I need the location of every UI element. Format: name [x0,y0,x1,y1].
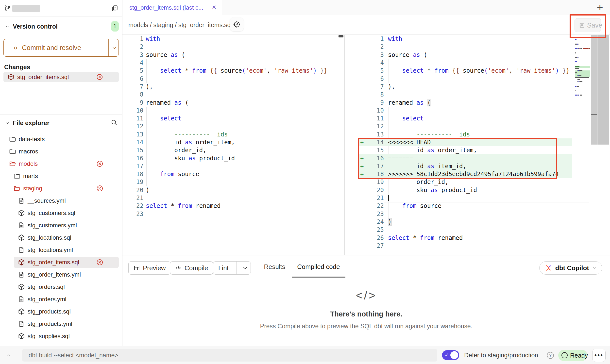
code-line-14[interactable]: 14 id as order_item, [123,138,338,146]
chevron-down-icon[interactable] [112,45,117,51]
code-line-5[interactable]: 5 select * from {{ source('ecom', 'raw_i… [345,67,590,75]
commit-and-resolve-button[interactable]: Commit and resolve [3,39,119,57]
tab-stg-order-items[interactable]: stg_order_items.sql (last c... × [122,0,222,15]
code-line-22[interactable]: 22 from source [345,202,590,210]
code-line-18[interactable]: +18>>>>>>> 58c1dd23d5eebd9cd2495fa7124ab… [345,170,590,178]
code-line-20[interactable]: 20 sku as product_id [345,186,590,194]
code-line-15[interactable]: 15 order_id, [123,146,338,154]
code-line-4[interactable]: 4 [123,59,338,67]
code-line-19[interactable]: 19 [123,178,338,186]
code-line-13[interactable]: 13 ---------- ids [345,131,590,138]
code-line-23[interactable]: 23 [123,210,338,218]
tab-results[interactable]: Results [263,255,286,278]
minimap-scrollbar[interactable] [591,35,597,145]
search-icon[interactable] [110,119,118,126]
chevron-up-icon[interactable] [6,352,12,358]
code-line-12[interactable]: 12 [123,122,338,130]
code-line-13[interactable]: 13 ---------- ids [123,131,338,138]
file-item-models[interactable]: models [0,158,122,170]
lint-button[interactable]: Lint [213,261,251,275]
code-line-5[interactable]: 5 select * from {{ source('ecom', 'raw_i… [123,67,338,75]
code-line-2[interactable]: 2 [345,43,590,51]
code-line-26[interactable]: 26select * from renamed [345,234,590,242]
file-item-marts[interactable]: marts [0,170,122,182]
help-icon[interactable]: ? [547,352,554,359]
file-item-staging[interactable]: staging [0,182,122,195]
code-line-27[interactable]: 27 [345,242,590,250]
file-explorer-header[interactable]: File explorer [0,118,122,129]
code-line-12[interactable]: 12 [345,122,590,130]
code-line-4[interactable]: 4 [345,59,590,67]
file-item-stg_orders.sql[interactable]: stg_orders.sql [0,281,122,293]
file-item-stg_supplies.sql[interactable]: stg_supplies.sql [0,330,122,342]
code-line-8[interactable]: 8 [345,91,590,99]
code-line-1[interactable]: 1with [345,35,590,43]
code-line-19[interactable]: 19 order_id, [345,178,590,186]
file-item-stg_orders.yml[interactable]: stg_orders.yml [0,293,122,305]
chevron-down-icon[interactable] [5,121,10,126]
code-line-16[interactable]: +16======= [345,154,590,162]
save-button[interactable]: Save [575,18,601,32]
discard-change-icon[interactable] [96,259,103,266]
file-item-stg_locations.yml[interactable]: stg_locations.yml [0,244,122,256]
code-line-16[interactable]: 16 sku as product_id [123,154,338,162]
new-tab-button[interactable]: + [594,1,606,14]
discard-change-icon[interactable] [96,185,103,192]
close-icon[interactable]: × [210,3,218,12]
defer-toggle[interactable]: ✓ [442,350,459,360]
code-line-14[interactable]: +14<<<<<<< HEAD [345,138,590,146]
file-item-stg_products.yml[interactable]: stg_products.yml [0,318,122,330]
code-line-17[interactable]: +17 id as item_id, [345,162,590,170]
code-line-15[interactable]: 15 id as order_item, [345,146,590,154]
chevron-down-icon[interactable] [5,24,10,29]
code-line-2[interactable]: 2 [123,43,338,51]
code-line-11[interactable]: 11 select [123,115,338,122]
code-line-17[interactable]: 17 [123,162,338,170]
code-line-25[interactable]: 25 [345,226,590,234]
code-line-3[interactable]: 3source as ( [123,51,338,59]
code-line-8[interactable]: 8 [123,91,338,99]
lineage-button[interactable] [230,17,244,31]
left-scrollbar-thumb[interactable] [339,35,343,37]
tab-compiled-code[interactable]: Compiled code [292,255,345,278]
file-item-stg_order_items.sql[interactable]: stg_order_items.sql [0,256,122,268]
changed-file-row[interactable]: stg_order_items.sql [3,72,119,82]
code-line-1[interactable]: 1with [123,35,338,43]
minimap[interactable] [575,37,590,99]
code-line-7[interactable]: 7), [345,83,590,91]
code-line-6[interactable]: 6 [345,75,590,83]
code-line-9[interactable]: 9renamed as ( [345,99,590,106]
copy-icon[interactable] [111,5,118,12]
code-line-6[interactable]: 6 [123,75,338,83]
code-line-21[interactable]: 21 [345,194,590,202]
code-line-20[interactable]: 20) [123,186,338,194]
code-line-7[interactable]: 7), [123,83,338,91]
more-options-button[interactable]: ••• [592,349,606,362]
file-item-stg_customers.yml[interactable]: stg_customers.yml [0,219,122,232]
code-line-23[interactable]: 23 [345,210,590,218]
code-line-9[interactable]: 9renamed as ( [123,99,338,106]
lint-label[interactable]: Lint [213,262,234,274]
version-control-header[interactable]: Version control [0,21,122,32]
editor-pane-current[interactable]: 1with23source as (45 select * from {{ so… [345,35,590,255]
pane-divider[interactable] [344,35,345,255]
editor-scrollbar[interactable] [597,35,609,145]
command-input[interactable] [22,349,437,362]
code-line-11[interactable]: 11 select [345,115,590,122]
file-item-__sources.yml[interactable]: __sources.yml [0,195,122,207]
file-item-macros[interactable]: macros [0,145,122,158]
file-item-stg_products.sql[interactable]: stg_products.sql [0,305,122,318]
code-line-22[interactable]: 22select * from renamed [123,202,338,210]
file-item-stg_locations.sql[interactable]: stg_locations.sql [0,232,122,244]
code-line-10[interactable]: 10 [123,107,338,115]
discard-change-icon[interactable] [96,160,103,167]
file-item-stg_customers.sql[interactable]: stg_customers.sql [0,207,122,219]
discard-change-icon[interactable] [96,73,103,81]
preview-button[interactable]: Preview [128,261,171,275]
code-line-10[interactable]: 10 [345,107,590,115]
file-item-data-tests[interactable]: data-tests [0,133,122,145]
chevron-down-icon[interactable] [240,262,251,274]
dbt-copilot-button[interactable]: dbt Copilot [539,261,602,275]
file-item-stg_order_items.yml[interactable]: stg_order_items.yml [0,268,122,281]
editor-pane-last-commit[interactable]: 1with23source as (45 select * from {{ so… [123,35,338,255]
